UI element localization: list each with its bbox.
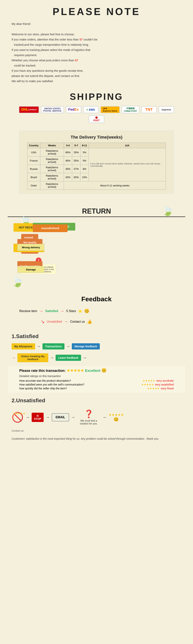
my-aliexpress-box: My Aliexpress — [12, 343, 35, 350]
rating-row-3: how quickly did the seller ship the item… — [19, 387, 174, 390]
col-5-7: 5-7 — [72, 143, 80, 148]
russia-3-4: 35% — [64, 165, 72, 173]
rating-stars: ★★★★★ — [67, 368, 85, 372]
delivery-title: The Delivery Time(weeks) — [27, 135, 166, 140]
rating-title: Please rate this transaction: ★★★★★ Exce… — [19, 368, 174, 373]
chinapost-logo: 中国邮政CHINA POST — [122, 106, 139, 113]
find-solution-label: We must find a solution for you. — [77, 419, 100, 425]
country-russia: Russia — [27, 165, 40, 173]
damage-box: Damage — [17, 266, 44, 273]
unsat-arrow-4: → — [102, 415, 107, 420]
rate-russia: Rate(Items arrived) — [40, 165, 64, 173]
col-8-11: 8-11 — [80, 143, 89, 148]
detailed-ratings-label: Detailed ratings on this transaction — [19, 374, 174, 378]
rating-stars-unsat: ★★★★★ 😊 — [108, 413, 124, 422]
unsatisfied-section: 2.Unsatisfied 🚫 ★★★★★ → NSTOP → EMAIL → … — [0, 394, 193, 434]
rating-section: Please rate this transaction: ★★★★★ Exce… — [8, 366, 185, 393]
leaf-bottom-left: 🍃 — [12, 276, 24, 288]
unsat-arrow-3: → — [71, 415, 75, 420]
rating-row-1: How accurate was the product description… — [19, 379, 174, 382]
arrow1: → — [39, 308, 43, 314]
verdict-2: very asatisfied — [155, 383, 174, 386]
satisfied-section: 1.Satisfied My Aliexpress → Transactions… — [0, 330, 193, 393]
rating-label-2: How satisfied were you with the sell's c… — [19, 383, 84, 386]
step-red-arrow: → — [12, 355, 16, 360]
unsat-arrow-2: → — [46, 415, 50, 420]
stars-3: ★★★★★ — [147, 387, 160, 390]
para2: If you make orders, attention that the o… — [12, 37, 181, 42]
country-usa: USA — [27, 148, 40, 156]
step-arrow-4: → — [83, 355, 87, 360]
rating-label-1: How accurate was the product description… — [19, 379, 71, 382]
ok-emoji: 👍 — [87, 319, 92, 324]
bottom-leaves: 🍃 — [8, 276, 185, 288]
manage-feedback-box: Manage feedback — [72, 343, 100, 350]
arrow4: → — [64, 319, 68, 324]
feedback-title: Feedback — [12, 295, 181, 303]
stars-badge: ★★★★★ — [13, 412, 26, 415]
para5: requires payment. — [12, 52, 181, 58]
quality-branch: Quality question Quality defect Damage !… — [17, 258, 56, 274]
delivery-table-container: The Delivery Time(weeks) Country Weeks 3… — [19, 131, 174, 194]
brazil-5-7: 65% — [72, 173, 80, 182]
question-mark-icon: ❓ — [84, 410, 94, 418]
stop-sign: NSTOP — [32, 413, 44, 422]
table-row: USA Rate(Items arrived) 60% 35% 5% if yo… — [27, 148, 166, 156]
para7: could be tracked. — [12, 63, 181, 68]
rating-right-1: ★★★★★ very accdrate — [143, 379, 174, 382]
excellent-label: Excellent — [85, 369, 101, 372]
country-france: France — [27, 156, 40, 165]
delivery-section: The Delivery Time(weeks) Country Weeks 3… — [0, 129, 193, 203]
verdict-3: very firast — [161, 387, 174, 390]
please-note-content: My dear friend: Welcome to our store, pl… — [12, 21, 181, 84]
unsat-arrow-1: → — [26, 415, 30, 420]
feedback-unsatisfied-flow: ↘ Unsatisfied → Contact us 👍 — [39, 319, 174, 324]
para9: please do not submit the dispute, and co… — [12, 73, 181, 78]
unsatisfied-flow: 🚫 ★★★★★ → NSTOP → EMAIL → ❓ We must find… — [0, 406, 193, 429]
satisfied-flow-2: → Orders Awaiting My feedback → Leave fe… — [0, 352, 193, 364]
feedback-satisfied-flow: Receive item → Satisfied → 5 Stars ⭐ 😊 — [19, 308, 174, 314]
wrong-delivery-box: Wrong delivery — [17, 244, 44, 251]
russia-5-7: 57% — [72, 165, 80, 173]
rating-emoji: 😊 — [101, 368, 107, 373]
contact-us-text: Contact us — [12, 429, 24, 432]
rating-row-2: How satisfied were you with the sell's c… — [19, 383, 174, 386]
not-quality-branch: Not quality question Not fit Wrong deliv… — [17, 234, 56, 254]
bottom-note: Customers' satisfaction is the most impo… — [0, 434, 193, 446]
unsatisfied-label: Unsatisfied — [47, 320, 62, 324]
ups-logo: UPSExpress Saver — [101, 106, 120, 113]
received-branches: Not quality question Not fit Wrong deliv… — [17, 232, 56, 274]
col-14plus: ≥14 — [89, 143, 166, 148]
stars-1: ★★★★★ — [143, 379, 155, 382]
tnt-logo: TNT — [141, 106, 157, 113]
received-row: RECEIVED Not quality question Not fit Wr… — [14, 232, 179, 274]
col-weeks: Weeks — [40, 143, 64, 148]
unsat-emoji: 😊 — [113, 417, 119, 422]
satisfied-label: Satisfied — [45, 309, 58, 313]
country-brazil: Brazil — [27, 173, 40, 182]
para3: tracked,and the cargo transportation tim… — [12, 42, 181, 47]
return-title: RETURN — [8, 207, 185, 217]
express-logo: express — [159, 106, 174, 113]
amount1: $7 — [80, 38, 83, 41]
auspost-logo: 🅐POST — [89, 115, 104, 123]
orders-awaiting-box: Orders Awaiting My feedback — [17, 353, 48, 362]
para8: If you have any questions during the goo… — [12, 68, 181, 73]
usa-3-4: 60% — [64, 148, 72, 156]
return-section: 🍃 RETURN 🍃 NOT RECEIVED ON THE WAY PLEAS… — [0, 203, 193, 292]
note-cell: if you still don't receive items within … — [89, 148, 166, 182]
para6: Whether you choose what post,orders more… — [12, 58, 181, 63]
brazil-3-4: 20% — [64, 173, 72, 182]
unsat-stars: ★★★★★ — [108, 413, 124, 417]
rate-brazil: Rate(Items arrived) — [40, 173, 64, 182]
leaf-decoration-right: 🍃 — [162, 205, 174, 216]
stars-overlay: ★★★★★ — [13, 412, 26, 415]
step-arrow-1: → — [37, 344, 41, 349]
outer-weeks: About 5-11 working weeks — [64, 182, 166, 190]
shipping-title: SHIPPING — [12, 91, 181, 102]
col-3-4: 3-4 — [64, 143, 72, 148]
shipping-logos: DHLEXPRESS UNITED STATESPOSTAL SERVICE F… — [12, 106, 181, 123]
transactions-box: Transactions — [43, 343, 65, 350]
step-arrow-2: → — [66, 344, 70, 349]
leave-feedback-box: Leave feedback — [56, 355, 81, 361]
